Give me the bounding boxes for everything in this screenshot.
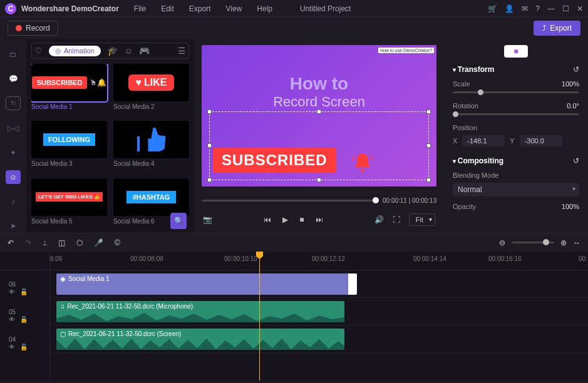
favorites-tab-icon[interactable]: ♡ (34, 46, 43, 56)
menu-export[interactable]: Export (189, 4, 211, 13)
cart-icon[interactable]: 🛒 (488, 4, 497, 13)
stop-icon[interactable]: ■ (299, 215, 304, 224)
reset-compositing-icon[interactable]: ↺ (573, 156, 579, 165)
education-tab-icon[interactable]: 🎓 (107, 46, 118, 56)
clip-microphone[interactable]: ♫ Rec_2021-06-21 11-32-50.dcrc (Micropho… (56, 301, 344, 322)
camera-tab-icon[interactable]: ■ (504, 45, 528, 58)
volume-icon[interactable]: 🔊 (374, 215, 384, 224)
scale-slider[interactable] (453, 91, 579, 93)
asset-item-2[interactable]: ♥LIKE Social Media 2 (113, 64, 189, 116)
scale-slider-knob[interactable] (478, 89, 483, 95)
scale-label: Scale (453, 80, 470, 88)
tracks-area[interactable]: 6:06 00:00:08:08 00:00:10:10 00:00:12:12… (50, 252, 588, 380)
preview-canvas[interactable]: How to use DemoCreator? How to Record Sc… (202, 45, 436, 186)
asset-item-1[interactable]: SUBSCRIBED🖱🔔 Social Media 1 (31, 64, 107, 116)
rotation-slider[interactable] (453, 113, 579, 115)
transform-section-head[interactable]: Transform ↺ (453, 65, 579, 74)
snapshot-icon[interactable]: 📷 (203, 215, 212, 224)
transitions-icon[interactable]: ▷◁ (6, 121, 21, 135)
record-button[interactable]: Record (8, 21, 58, 36)
next-frame-icon[interactable]: ⏭ (316, 215, 323, 224)
stickers-icon[interactable]: ☺ (6, 170, 21, 183)
split-icon[interactable]: ◫ (58, 238, 65, 247)
resize-handle-br[interactable] (426, 178, 431, 182)
visibility-icon[interactable]: 👁 (9, 289, 15, 295)
titlebar: C Wondershare DemoCreator File Edit Expo… (0, 0, 588, 18)
crop-icon[interactable]: ⟂ (43, 238, 47, 247)
help-icon[interactable]: ? (535, 4, 540, 13)
copyright-icon[interactable]: © (115, 238, 120, 247)
media-icon[interactable]: 🗀 (6, 48, 21, 61)
track-head-06[interactable]: 06 👁🔓 (0, 270, 49, 298)
playhead[interactable] (259, 252, 260, 380)
zoom-fit-icon[interactable]: ↔ (573, 238, 580, 247)
visibility-icon[interactable]: 👁 (9, 344, 15, 350)
subscribed-overlay[interactable]: SUBSCRIBED (213, 148, 336, 173)
track-05[interactable]: ♫ Rec_2021-06-21 11-32-50.dcrc (Micropho… (50, 298, 588, 325)
fullscreen-icon[interactable]: ⛶ (393, 215, 400, 224)
animation-tab[interactable]: ◎ Animation (49, 46, 101, 56)
menu-edit[interactable]: Edit (161, 4, 174, 13)
captions-icon[interactable]: TI (6, 96, 21, 110)
game-tab-icon[interactable]: 🎮 (139, 46, 150, 56)
clip-screen[interactable]: ▢ Rec_2021-06-21 11-32-50.dcrc (Screen) (56, 329, 344, 350)
asset-item-3[interactable]: FOLLOWING Social Media 3 (31, 121, 107, 173)
play-icon[interactable]: ▶ (282, 215, 288, 224)
track-head-05[interactable]: 05 👁🔓 (0, 298, 49, 325)
progress-bar[interactable] (202, 200, 379, 202)
search-button[interactable]: 🔍 (170, 213, 187, 229)
annotations-icon[interactable]: 💬 (6, 72, 21, 85)
compositing-section-head[interactable]: Compositing ↺ (453, 156, 579, 165)
asset-item-4[interactable]: Social Media 4 (113, 121, 189, 173)
sound-icon[interactable]: ♪ (6, 195, 21, 208)
mail-icon[interactable]: ✉ (522, 4, 528, 13)
x-field[interactable]: -148.1 (462, 135, 505, 146)
maximize-icon[interactable]: ☐ (562, 4, 569, 13)
account-icon[interactable]: 👤 (505, 4, 514, 13)
marker-icon[interactable]: ⬡ (76, 238, 83, 247)
rotation-slider-knob[interactable] (453, 111, 458, 117)
zoom-out-icon[interactable]: ⊖ (499, 238, 505, 247)
blend-mode-select[interactable]: Normal (453, 183, 579, 197)
close-icon[interactable]: ✕ (577, 4, 583, 13)
list-view-icon[interactable]: ☰ (178, 46, 186, 56)
redo-icon[interactable]: ↷ (25, 238, 31, 247)
prev-frame-icon[interactable]: ⏮ (264, 215, 271, 224)
zoom-slider[interactable] (512, 242, 554, 243)
track-06[interactable]: ◉ Social Media 1 (50, 270, 588, 298)
lock-icon[interactable]: 🔓 (20, 344, 28, 350)
progress-knob[interactable] (373, 197, 379, 203)
resize-handle-tm[interactable] (317, 110, 321, 114)
reset-transform-icon[interactable]: ↺ (573, 65, 579, 74)
menu-help[interactable]: Help (257, 4, 272, 13)
svg-point-0 (361, 169, 364, 172)
y-field[interactable]: -300.0 (520, 135, 562, 146)
resize-handle-tr[interactable] (426, 110, 431, 114)
clip-social-media[interactable]: ◉ Social Media 1 (56, 273, 357, 295)
emoji-tab-icon[interactable]: ☺ (124, 46, 133, 56)
voiceover-icon[interactable]: 🎤 (94, 238, 103, 247)
lock-icon[interactable]: 🔓 (20, 316, 28, 323)
resize-handle-tl[interactable] (207, 110, 212, 114)
lock-icon[interactable]: 🔓 (20, 289, 28, 295)
asset-item-5[interactable]: LET'S GET 5000 LIKES 👍 Social Media 5 (31, 178, 107, 230)
cursor-icon[interactable]: ➤ (6, 220, 21, 233)
timeline-toolbar: ↶ ↷ ⟂ ◫ ⬡ 🎤 © ⊖ ⊕ ↔ (0, 233, 588, 252)
resize-handle-bm[interactable] (317, 178, 321, 182)
effects-icon[interactable]: ✦ (6, 146, 21, 159)
export-button[interactable]: ⤴ Export (534, 21, 580, 36)
undo-icon[interactable]: ↶ (8, 238, 14, 247)
visibility-icon[interactable]: 👁 (9, 316, 15, 323)
track-head-04[interactable]: 04 👁🔓 (0, 325, 49, 353)
resize-handle-bl[interactable] (207, 178, 212, 182)
fit-select[interactable]: Fit (409, 213, 435, 226)
menu-view[interactable]: View (226, 4, 242, 13)
minimize-icon[interactable]: — (547, 4, 555, 13)
resize-handle-ml[interactable] (207, 143, 212, 148)
zoom-in-icon[interactable]: ⊕ (560, 238, 567, 247)
menu-file[interactable]: File (134, 4, 146, 13)
zoom-slider-knob[interactable] (543, 239, 549, 245)
track-04[interactable]: ▢ Rec_2021-06-21 11-32-50.dcrc (Screen) (50, 325, 588, 353)
resize-handle-mr[interactable] (426, 143, 431, 148)
time-ruler[interactable]: 6:06 00:00:08:08 00:00:10:10 00:00:12:12… (50, 252, 588, 270)
